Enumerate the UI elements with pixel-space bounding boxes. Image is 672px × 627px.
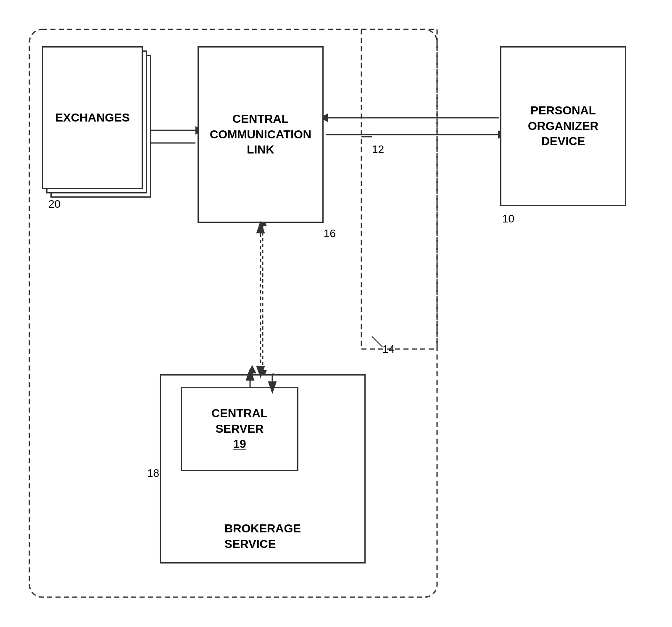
central-comm-link-box: CENTRALCOMMUNICATIONLINK [198, 46, 324, 223]
central-comm-link-label: CENTRALCOMMUNICATIONLINK [210, 111, 311, 157]
ref-20: 20 [48, 198, 61, 211]
svg-line-22 [372, 336, 382, 347]
personal-organizer-box: PERSONALORGANIZERDEVICE [500, 46, 626, 206]
ref-18: 18 [147, 467, 159, 480]
central-server-ref: 19 [233, 437, 246, 450]
ref-16: 16 [324, 227, 336, 240]
ref-12: 12 [372, 143, 384, 156]
brokerage-service-label: BROKERAGESERVICE [224, 521, 301, 552]
central-server-box: CENTRALSERVER19 [181, 387, 298, 471]
diagram-container: EXCHANGES 20 CENTRALCOMMUNICATIONLINK 16… [17, 17, 655, 610]
personal-organizer-label: PERSONALORGANIZERDEVICE [528, 103, 598, 149]
ref-14: 14 [382, 343, 395, 356]
central-server-label: CENTRALSERVER19 [211, 406, 268, 452]
svg-marker-18 [248, 365, 256, 373]
exchanges-component: EXCHANGES [42, 46, 151, 206]
exchanges-label: EXCHANGES [55, 110, 129, 125]
ref-10: 10 [502, 212, 514, 225]
